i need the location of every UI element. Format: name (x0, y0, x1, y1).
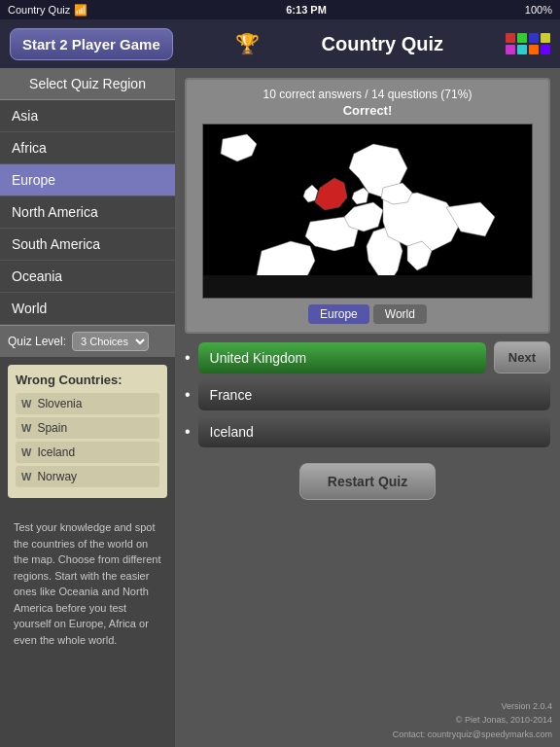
content-area: 10 correct answers / 14 questions (71%) … (175, 68, 560, 747)
svg-rect-11 (203, 275, 533, 299)
color-cell (506, 45, 515, 54)
bullet-2: • (185, 386, 191, 404)
app-name-status: Country Quiz (8, 4, 70, 16)
wrong-item-norway: W Norway (16, 466, 159, 487)
answer-row-2: • France (185, 379, 550, 410)
restart-button[interactable]: Restart Quiz (299, 463, 436, 500)
version-number: Version 2.0.4 (393, 699, 552, 713)
sidebar-item-asia[interactable]: Asia (0, 100, 175, 132)
start-2player-button[interactable]: Start 2 Player Game (10, 28, 173, 60)
answer-row-3: • Iceland (185, 416, 550, 447)
status-time: 6:13 PM (286, 4, 327, 16)
copyright: © Piet Jonas, 2010-2014 (393, 713, 552, 727)
quiz-level-row: Quiz Level: 3 Choices 4 Choices 5 Choice… (0, 325, 175, 357)
score-text: 10 correct answers / 14 questions (71%) (263, 88, 472, 101)
map-display (202, 124, 533, 299)
map-box: 10 correct answers / 14 questions (71%) … (185, 78, 550, 334)
color-grid (506, 33, 550, 54)
status-bar: Country Quiz 📶 6:13 PM 100% (0, 0, 560, 19)
sidebar-item-south-america[interactable]: South America (0, 229, 175, 261)
restart-section: Restart Quiz (185, 463, 550, 500)
wifi-icon: 📶 (74, 4, 88, 17)
answers-section: • United Kingdom Next • France • Iceland (185, 341, 550, 447)
status-left: Country Quiz 📶 (8, 4, 88, 17)
answer-btn-3[interactable]: Iceland (198, 416, 550, 447)
wrong-item-spain: W Spain (16, 417, 159, 439)
bullet-3: • (185, 423, 191, 441)
map-tabs: Europe World (308, 304, 427, 324)
trophy-icon: 🏆 (235, 32, 260, 55)
color-cell (529, 33, 539, 43)
correct-label: Correct! (343, 103, 393, 118)
sidebar-item-africa[interactable]: Africa (0, 132, 175, 164)
tab-world[interactable]: World (373, 304, 427, 324)
app-title: Country Quiz (322, 33, 444, 55)
wrong-countries-box: Wrong Countries: W Slovenia W Spain W Ic… (8, 365, 167, 498)
next-button[interactable]: Next (494, 341, 550, 374)
region-header: Select Quiz Region (0, 68, 175, 100)
color-cell (529, 45, 539, 54)
bullet-1: • (185, 349, 191, 367)
tab-europe[interactable]: Europe (308, 304, 369, 324)
battery-indicator: 100% (525, 4, 552, 16)
version-info: Version 2.0.4 © Piet Jonas, 2010-2014 Co… (393, 699, 552, 741)
sidebar-item-world[interactable]: World (0, 293, 175, 325)
wrong-countries-title: Wrong Countries: (16, 373, 159, 387)
sidebar-item-north-america[interactable]: North America (0, 196, 175, 229)
color-cell (517, 33, 527, 43)
color-cell (541, 45, 550, 54)
color-cell (541, 33, 550, 43)
main-layout: Select Quiz Region Asia Africa Europe No… (0, 68, 560, 747)
answer-row-1: • United Kingdom Next (185, 341, 550, 374)
sidebar-item-europe[interactable]: Europe (0, 164, 175, 196)
description-box: Test your knowledge and spot the countri… (8, 514, 167, 739)
color-cell (506, 33, 515, 43)
answer-btn-1[interactable]: United Kingdom (198, 342, 486, 374)
wrong-item-slovenia: W Slovenia (16, 393, 159, 414)
quiz-level-label: Quiz Level: (8, 335, 66, 348)
contact-email: Contact: countryquiz@speedymarks.com (393, 728, 552, 741)
sidebar-item-oceania[interactable]: Oceania (0, 261, 175, 293)
answer-btn-2[interactable]: France (198, 379, 550, 410)
wrong-item-iceland: W Iceland (16, 442, 159, 463)
top-bar: Start 2 Player Game 🏆 Country Quiz (0, 19, 560, 68)
color-cell (517, 45, 527, 54)
quiz-level-select[interactable]: 3 Choices 4 Choices 5 Choices (72, 332, 149, 351)
sidebar: Select Quiz Region Asia Africa Europe No… (0, 68, 175, 747)
